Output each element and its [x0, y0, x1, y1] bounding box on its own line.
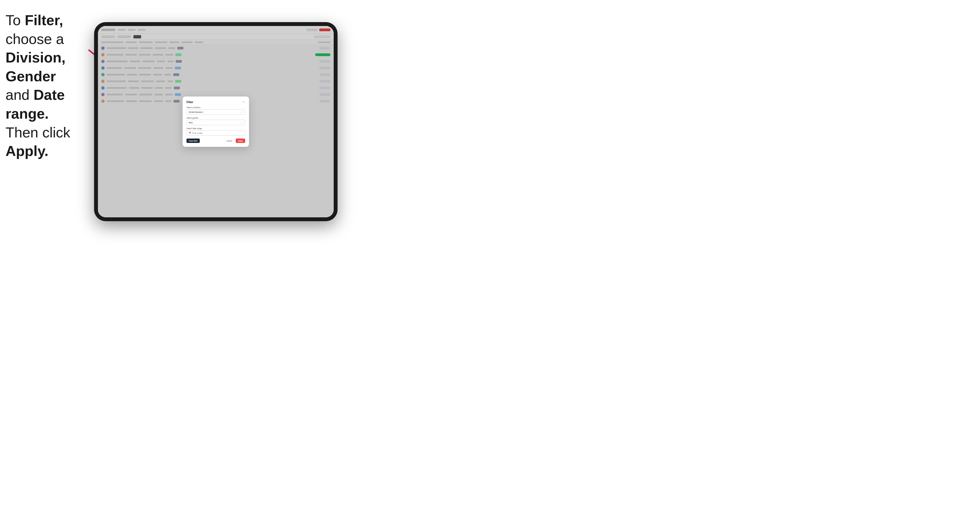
- apply-button[interactable]: Apply: [236, 138, 245, 143]
- date-field-group: Select Date range 📅 Pick a date: [186, 127, 245, 136]
- gender-chevron-icon[interactable]: ⌃: [242, 122, 244, 124]
- gender-select[interactable]: Men × ⌃: [186, 120, 245, 125]
- calendar-icon: 📅: [189, 132, 191, 134]
- tablet-screen: Filter × Select a division NCAA Division…: [98, 26, 334, 217]
- division-select-icons: × ⌃: [241, 111, 244, 113]
- clear-filter-button[interactable]: Clear filter: [186, 138, 200, 143]
- date-label: Select Date range: [186, 127, 245, 129]
- modal-header: Filter ×: [186, 100, 245, 104]
- tablet-device: Filter × Select a division NCAA Division…: [94, 22, 337, 221]
- modal-overlay: Filter × Select a division NCAA Division…: [98, 26, 334, 217]
- instruction-line3: and Date range.: [6, 87, 65, 122]
- gender-clear-icon[interactable]: ×: [241, 122, 242, 124]
- modal-footer-right: Cancel Apply: [224, 138, 245, 143]
- gender-value: Men: [189, 121, 193, 124]
- instruction-line1: To Filter, choose a: [6, 12, 64, 47]
- division-label: Select a division: [186, 106, 245, 108]
- gender-label: Select gender: [186, 117, 245, 119]
- division-chevron-icon[interactable]: ⌃: [242, 111, 244, 113]
- instruction-text: To Filter, choose a Division, Gender and…: [6, 11, 94, 160]
- cancel-button[interactable]: Cancel: [224, 138, 234, 143]
- division-select[interactable]: NCAA Division I × ⌃: [186, 109, 245, 115]
- division-clear-icon[interactable]: ×: [241, 111, 242, 113]
- modal-title: Filter: [186, 101, 193, 104]
- division-field-group: Select a division NCAA Division I × ⌃: [186, 106, 245, 115]
- gender-field-group: Select gender Men × ⌃: [186, 117, 245, 125]
- date-input[interactable]: 📅 Pick a date: [186, 130, 245, 136]
- gender-select-icons: × ⌃: [241, 122, 244, 124]
- instruction-line4: Then click Apply.: [6, 124, 70, 159]
- filter-modal: Filter × Select a division NCAA Division…: [183, 97, 249, 147]
- division-value: NCAA Division I: [189, 111, 204, 113]
- date-placeholder: Pick a date: [192, 132, 202, 134]
- modal-footer: Clear filter Cancel Apply: [186, 138, 245, 143]
- modal-close-button[interactable]: ×: [242, 100, 245, 104]
- instruction-bold2: Division, Gender: [6, 49, 65, 84]
